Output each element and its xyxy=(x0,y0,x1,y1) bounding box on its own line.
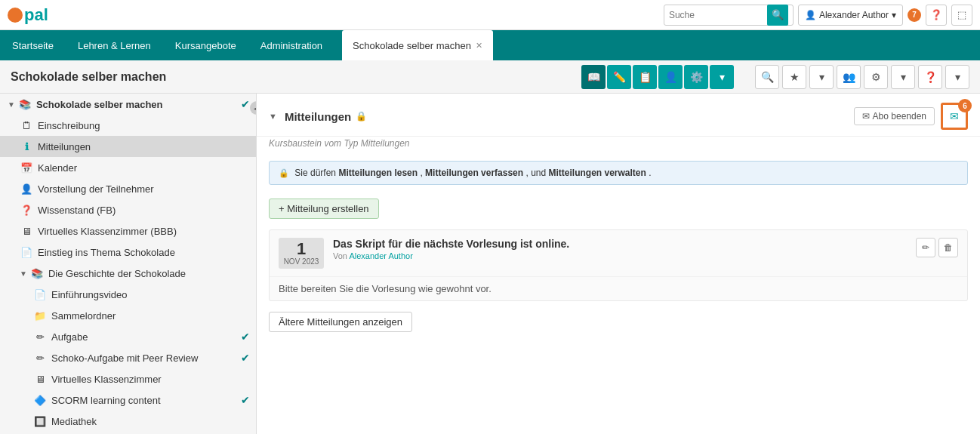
search-input[interactable] xyxy=(669,10,767,20)
sidebar-item-mediathek[interactable]: 🔲 Mediathek xyxy=(0,411,256,432)
bookmark-dropdown[interactable]: ▾ xyxy=(809,65,834,89)
mail-highlight-button[interactable]: ✉ 6 xyxy=(941,103,968,130)
sidebar-icon-einstieg: 📄 xyxy=(20,245,33,259)
message-actions: ✏ 🗑 xyxy=(916,238,958,257)
message-title: Das Skript für die nächste Vorlesung ist… xyxy=(333,238,916,250)
user-menu-button[interactable]: 👤 Alexander Author ▾ xyxy=(798,5,903,26)
main-content: ◀ ▼ 📚 Schokolade selber machen ✔ 🗒 Einsc… xyxy=(0,94,980,434)
sidebar-item-kalender[interactable]: 📅 Kalender xyxy=(0,157,256,178)
section-collapse-icon[interactable]: ▼ xyxy=(269,112,277,121)
mail-icon: ✉ xyxy=(950,110,959,122)
message-delete-button[interactable]: 🗑 xyxy=(938,238,958,257)
tool-view-button[interactable]: 📖 xyxy=(581,65,606,89)
tool-list-button[interactable]: 📋 xyxy=(633,65,657,89)
sidebar-check-root: ✔ xyxy=(241,98,250,110)
tab-close-icon[interactable]: ✕ xyxy=(476,41,482,51)
create-mitteilung-button[interactable]: + Mitteilung erstellen xyxy=(269,199,379,219)
chevron-down-icon: ▾ xyxy=(892,10,896,20)
message-author-prefix: Von xyxy=(333,251,349,260)
message-month: NOV 2023 xyxy=(283,257,319,266)
sidebar-icon-virtuelles2: 🖥 xyxy=(33,372,47,386)
sidebar-item-virtuelles[interactable]: 🖥 Virtuelles Klassenzimmer (BBB) xyxy=(0,220,256,242)
user-icon: 👤 xyxy=(805,10,816,20)
message-author-link[interactable]: Alexander Author xyxy=(349,251,412,260)
tool-more-button[interactable]: ▾ xyxy=(710,65,734,89)
sidebar-icon-einschreibung: 🗒 xyxy=(20,119,33,132)
page-tools-right: 🔍 ★ ▾ 👥 ⚙ ▾ ❓ ▾ xyxy=(755,65,969,89)
sidebar-icon-wissenstand: ❓ xyxy=(20,203,33,217)
tool-settings-button[interactable]: ⚙️ xyxy=(684,65,708,89)
tool-members-button[interactable]: 👤 xyxy=(658,65,683,89)
bookmark-button[interactable]: ★ xyxy=(782,65,806,89)
sidebar-icon-kalender: 📅 xyxy=(20,161,33,174)
message-author: Von Alexander Author xyxy=(333,251,916,260)
section-title: Mitteilungen xyxy=(285,110,351,123)
sidebar-check-scorm: ✔ xyxy=(241,394,250,406)
sidebar-item-label-aufgabe: Aufgabe xyxy=(51,331,88,343)
sidebar-item-mitteilungen[interactable]: ℹ Mitteilungen xyxy=(0,136,256,157)
older-messages-button[interactable]: Ältere Mitteilungen anzeigen xyxy=(269,312,412,332)
nav-lehren[interactable]: Lehren & Lernen xyxy=(66,30,163,60)
sidebar: ◀ ▼ 📚 Schokolade selber machen ✔ 🗒 Einsc… xyxy=(0,94,257,434)
active-tab[interactable]: Schokolade selber machen ✕ xyxy=(342,30,493,60)
sidebar-item-einstieg[interactable]: 📄 Einstieg ins Thema Schokolade xyxy=(0,242,256,263)
sidebar-item-wissenstand[interactable]: ❓ Wissenstand (FB) xyxy=(0,199,256,220)
sidebar-item-label-einstieg: Einstieg ins Thema Schokolade xyxy=(38,247,175,258)
nav-startseite[interactable]: Startseite xyxy=(0,30,66,60)
logo-circle xyxy=(8,8,23,23)
tool-edit-button[interactable]: ✏️ xyxy=(607,65,631,89)
sidebar-item-aufgabe[interactable]: ✏ Aufgabe ✔ xyxy=(0,326,256,347)
sidebar-check-aufgabe: ✔ xyxy=(241,331,250,343)
mail-icon-abo: ✉ xyxy=(862,111,870,122)
message-day: 1 xyxy=(283,241,319,257)
collapse-arrow-root[interactable]: ▼ xyxy=(8,100,15,109)
sidebar-item-geschichte[interactable]: ▼ 📚 Die Geschichte der Schokolade xyxy=(0,263,256,284)
lock-small-icon: 🔒 xyxy=(279,168,289,177)
top-bar-right: 🔍 👤 Alexander Author ▾ 7 ❓ ⬚ xyxy=(664,5,972,26)
sidebar-item-label-mitteilungen: Mitteilungen xyxy=(38,141,91,152)
configure-button[interactable]: ⚙ xyxy=(864,65,888,89)
logout-button[interactable]: ⬚ xyxy=(951,5,972,26)
sidebar-item-label-schoko-aufgabe: Schoko-Aufgabe mit Peer Review xyxy=(51,352,198,364)
users-button[interactable]: 👥 xyxy=(837,65,861,89)
sidebar-icon-mitteilungen: ℹ xyxy=(20,140,33,153)
sidebar-item-vorstellung[interactable]: 👤 Vorstellung der Teilnehmer xyxy=(0,178,256,199)
permission-prefix: Sie dürfen xyxy=(294,168,338,178)
sidebar-item-label-einfuehrung: Einführungsvideo xyxy=(51,289,127,300)
section-header: ▼ Mitteilungen 🔒 ✉ Abo beenden ✉ 6 xyxy=(257,94,980,137)
sidebar-icon-scorm: 🔷 xyxy=(33,393,47,407)
sidebar-item-einschreibung[interactable]: 🗒 Einschreibung xyxy=(0,115,256,136)
sidebar-item-label-scorm: SCORM learning content xyxy=(51,395,161,406)
help-course-button[interactable]: ❓ xyxy=(918,65,942,89)
sidebar-icon-vorstellung: 👤 xyxy=(20,182,33,195)
section-title-row: ▼ Mitteilungen 🔒 xyxy=(269,110,367,123)
message-edit-button[interactable]: ✏ xyxy=(916,238,935,257)
permission-verwalten: Mitteilungen verwalten xyxy=(549,168,646,178)
sidebar-item-scorm[interactable]: 🔷 SCORM learning content ✔ xyxy=(0,389,256,411)
sidebar-icon-book: 📚 xyxy=(18,97,32,111)
sidebar-icon-virtuelles: 🖥 xyxy=(20,224,33,238)
nav-administration[interactable]: Administration xyxy=(248,30,334,60)
tab-label: Schokolade selber machen xyxy=(353,40,471,51)
sidebar-item-sammelordner[interactable]: 📁 Sammelordner xyxy=(0,305,256,326)
sidebar-item-virtuelles2[interactable]: 🖥 Virtuelles Klassenzimmer xyxy=(0,368,256,389)
search-button[interactable]: 🔍 xyxy=(767,5,788,26)
notification-badge[interactable]: 7 xyxy=(908,8,921,22)
help-button[interactable]: ❓ xyxy=(926,5,947,26)
sidebar-item-root[interactable]: ▼ 📚 Schokolade selber machen ✔ xyxy=(0,94,256,115)
collapse-arrow-geschichte[interactable]: ▼ xyxy=(20,269,27,278)
configure-dropdown[interactable]: ▾ xyxy=(891,65,915,89)
abo-beenden-button[interactable]: ✉ Abo beenden xyxy=(854,107,935,125)
sidebar-item-schoko-aufgabe[interactable]: ✏ Schoko-Aufgabe mit Peer Review ✔ xyxy=(0,347,256,368)
message-body: Bitte bereiten Sie die Vorlesung wie gew… xyxy=(270,277,967,300)
sidebar-item-einfuehrung[interactable]: 📄 Einführungsvideo xyxy=(0,284,256,305)
search-course-button[interactable]: 🔍 xyxy=(755,65,779,89)
nav-kursangebote[interactable]: Kursangebote xyxy=(163,30,248,60)
mail-badge: 6 xyxy=(958,99,972,112)
sidebar-icon-schoko-aufgabe: ✏ xyxy=(33,351,47,365)
content-area: ▼ Mitteilungen 🔒 ✉ Abo beenden ✉ 6 Kursb… xyxy=(257,94,980,434)
sidebar-item-label-root: Schokolade selber machen xyxy=(36,99,163,110)
sidebar-item-label-mediathek: Mediathek xyxy=(51,416,97,427)
help-dropdown[interactable]: ▾ xyxy=(945,65,969,89)
page-tools: 📖 ✏️ 📋 👤 ⚙️ ▾ 🔍 ★ ▾ 👥 ⚙ ▾ ❓ ▾ xyxy=(581,65,969,89)
